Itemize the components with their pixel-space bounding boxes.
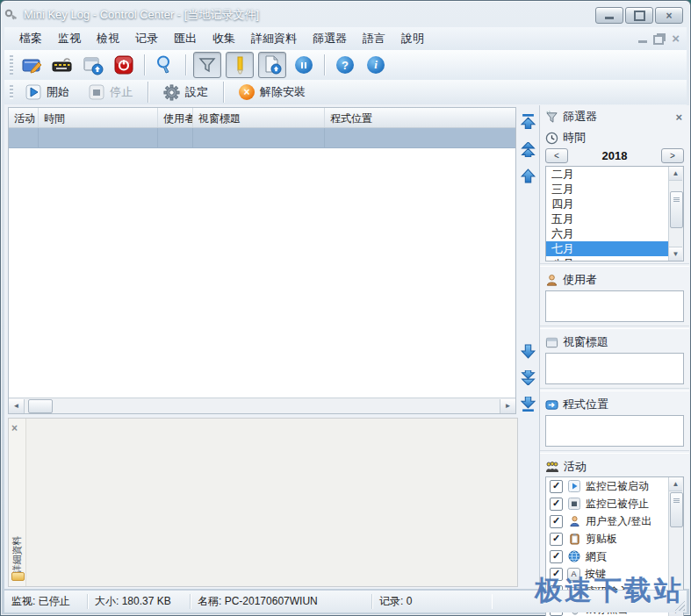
menu-record[interactable]: 记录: [127, 27, 166, 50]
table-row-selected[interactable]: [9, 128, 515, 148]
page-down-icon[interactable]: [521, 370, 536, 385]
col-window-title[interactable]: 視窗標題: [193, 108, 325, 127]
time-section-header: 時間: [540, 126, 689, 147]
page-update-toggle-button[interactable]: [258, 52, 286, 78]
menu-filter[interactable]: 篩選器: [305, 27, 355, 50]
section-separator: [540, 388, 689, 391]
program-path-filter-input[interactable]: [545, 415, 684, 447]
open-log-button[interactable]: [18, 53, 45, 77]
user-filter-input[interactable]: [545, 290, 684, 322]
record-nav-strip: [516, 107, 539, 412]
uninstall-button[interactable]: × 解除安裝: [232, 82, 313, 103]
activity-row[interactable]: ✓ 监控已被停止: [546, 495, 683, 512]
month-item[interactable]: 五月: [546, 211, 683, 226]
settings-button[interactable]: 設定: [156, 82, 215, 104]
maximize-button[interactable]: [625, 7, 653, 24]
app-key-icon: [4, 8, 18, 22]
month-item[interactable]: 三月: [546, 182, 683, 197]
checkbox-checked[interactable]: ✓: [550, 498, 563, 511]
status-records: 记录: 0: [372, 594, 492, 609]
highlight-toggle-button[interactable]: [226, 52, 254, 78]
section-separator: [540, 450, 689, 454]
activity-row[interactable]: ✓ 用户登入/登出: [546, 512, 683, 530]
filter-toggle-button[interactable]: [193, 52, 221, 78]
scroll-left-icon[interactable]: ◄: [9, 399, 25, 413]
activity-scroll-thumb[interactable]: [670, 492, 683, 527]
start-button[interactable]: 開始: [18, 82, 76, 103]
table-hscrollbar[interactable]: ◄ ►: [9, 398, 515, 413]
scroll-down-icon[interactable]: ▼: [669, 247, 682, 261]
stop-button[interactable]: 停止: [82, 82, 140, 103]
monitor-start-icon: [567, 479, 581, 493]
month-item[interactable]: 八月: [546, 256, 683, 261]
status-monitor: 监视: 已停止: [4, 594, 88, 609]
activity-group-icon: [545, 461, 559, 474]
prev-year-button[interactable]: <: [545, 148, 568, 163]
month-item-selected[interactable]: 七月: [546, 241, 683, 256]
scroll-up-icon[interactable]: ▲: [669, 477, 682, 491]
go-first-icon[interactable]: [521, 114, 536, 129]
keyboard-monitor-button[interactable]: [49, 53, 76, 77]
checkbox-checked[interactable]: ✓: [550, 533, 563, 546]
power-icon: [113, 54, 134, 75]
month-item[interactable]: 二月: [546, 167, 683, 182]
step-up-icon[interactable]: [521, 168, 536, 183]
month-scroll-thumb[interactable]: [670, 191, 683, 228]
activity-label: 监控已被停止: [586, 497, 649, 512]
activity-row[interactable]: ✓ 剪贴板: [546, 530, 683, 548]
mdi-minimize-icon[interactable]: [638, 40, 647, 43]
clock-icon: [545, 132, 558, 145]
help-button[interactable]: ?: [332, 53, 358, 77]
filter-funnel-icon: [197, 54, 218, 75]
program-path-section-label: 程式位置: [563, 397, 608, 412]
month-item[interactable]: 四月: [546, 197, 683, 211]
col-time[interactable]: 時間: [39, 108, 158, 127]
pause-button[interactable]: [291, 53, 317, 77]
mdi-close-icon[interactable]: ×: [672, 32, 680, 45]
window-update-button[interactable]: [80, 53, 106, 77]
start-play-icon: [25, 84, 41, 100]
scroll-right-icon[interactable]: ►: [500, 399, 515, 413]
filter-close-icon[interactable]: ×: [675, 111, 684, 124]
page-up-icon[interactable]: [521, 142, 536, 157]
checkbox-checked[interactable]: ✓: [550, 515, 563, 528]
log-table: 活动 時間 使用者 視窗標題 程式位置 ◄ ►: [8, 107, 516, 414]
power-button[interactable]: [111, 53, 137, 77]
menu-language[interactable]: 語言: [355, 27, 393, 50]
menu-collect[interactable]: 收集: [205, 27, 243, 50]
activity-label: 網頁: [586, 549, 607, 564]
filter-panel-title: 篩選器: [563, 109, 597, 125]
window-title-section-label: 視窗標題: [563, 334, 608, 350]
hscroll-thumb[interactable]: [28, 399, 53, 413]
user-icon: [545, 274, 558, 287]
search-button[interactable]: [152, 53, 178, 77]
col-program-path[interactable]: 程式位置: [325, 108, 515, 127]
app-window: Mini Key Log - Control Center - [当地记录文件]…: [0, 0, 691, 616]
menu-view[interactable]: 檢視: [89, 27, 127, 50]
title-bar: Mini Key Log - Control Center - [当地记录文件]…: [4, 4, 687, 26]
menu-details[interactable]: 詳細資料: [243, 27, 305, 50]
stop-icon: [89, 84, 104, 100]
close-button[interactable]: ×: [655, 7, 683, 24]
step-down-icon[interactable]: [521, 344, 536, 359]
menu-file[interactable]: 檔案: [11, 27, 50, 50]
menu-export[interactable]: 匯出: [166, 27, 205, 50]
mdi-restore-icon[interactable]: [653, 35, 664, 45]
checkbox-checked[interactable]: ✓: [550, 480, 563, 493]
details-close-icon[interactable]: ×: [11, 422, 18, 434]
month-item[interactable]: 六月: [546, 226, 683, 241]
month-list-scrollbar[interactable]: ▲ ▼: [668, 167, 683, 261]
go-last-icon[interactable]: [521, 397, 536, 412]
minimize-button[interactable]: [595, 7, 623, 24]
activity-row[interactable]: ✓ 监控已被启动: [546, 477, 683, 495]
col-activity[interactable]: 活动: [9, 108, 39, 127]
col-user[interactable]: 使用者: [158, 108, 193, 127]
menu-help[interactable]: 說明: [393, 27, 432, 50]
window-title-filter-input[interactable]: [545, 353, 684, 384]
activity-row[interactable]: ✓ 網頁: [546, 548, 683, 565]
scroll-up-icon[interactable]: ▲: [669, 167, 682, 181]
checkbox-checked[interactable]: ✓: [550, 550, 563, 563]
menu-monitor[interactable]: 监视: [50, 27, 89, 50]
next-year-button[interactable]: >: [661, 148, 684, 163]
info-button[interactable]: i: [363, 53, 389, 77]
